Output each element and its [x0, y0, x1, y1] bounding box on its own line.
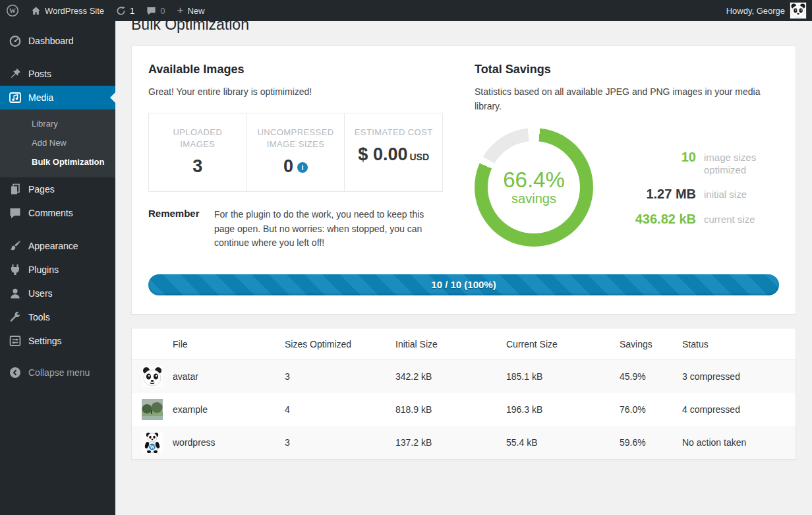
savings-cell: 59.6%	[620, 437, 682, 448]
total-savings-section: Total Savings Statistics based on all av…	[475, 63, 779, 251]
media-icon	[9, 91, 22, 104]
file-name[interactable]: example	[173, 404, 285, 415]
current-size-row: 436.82 kB current size	[618, 212, 776, 227]
dashboard-icon	[9, 34, 22, 47]
appearance-icon	[9, 239, 22, 253]
savings-cell: 45.9%	[620, 371, 682, 382]
savings-percent: 66.4%	[503, 169, 565, 192]
sidebar-item-appearance[interactable]: Appearance	[0, 234, 115, 258]
sidebar-item-comments[interactable]: Comments	[0, 201, 115, 225]
sidebar-item-users[interactable]: Users	[0, 282, 115, 305]
savings-stats-list: 10 image sizes optimized 1.27 MB initial…	[618, 148, 776, 227]
table-row: avatar 3 342.2 kB 185.1 kB 45.9% 3 compr…	[132, 360, 796, 393]
pin-icon	[9, 67, 22, 80]
savings-column-header: Savings	[620, 339, 682, 349]
sidebar-item-label: Comments	[28, 208, 73, 218]
sidebar-item-tools[interactable]: Tools	[0, 305, 115, 329]
sizes-optimized-label: image sizes optimized	[704, 150, 776, 177]
admin-sidebar: Dashboard Posts Media Library Add New Bu…	[0, 21, 115, 515]
comments-icon	[9, 206, 22, 220]
users-icon	[9, 287, 22, 300]
uncompressed-sizes-value: 0i	[250, 156, 342, 177]
tools-icon	[9, 311, 22, 324]
savings-caption: savings	[511, 191, 556, 206]
comments-indicator[interactable]: 0	[140, 0, 171, 21]
main-content: Bulk Optimization Available Images Great…	[115, 0, 812, 473]
pages-icon	[9, 183, 22, 196]
uncompressed-sizes-label: Uncompressed Image Sizes	[253, 127, 339, 150]
sidebar-item-pages[interactable]: Pages	[0, 177, 115, 201]
file-thumbnail	[142, 399, 163, 420]
sizes-optimized-cell: 4	[285, 404, 395, 415]
sidebar-subitem-library[interactable]: Library	[0, 114, 115, 133]
available-images-heading: Available Images	[148, 63, 443, 76]
sidebar-item-plugins[interactable]: Plugins	[0, 258, 115, 282]
savings-cell: 76.0%	[620, 404, 682, 415]
new-content-button[interactable]: + New	[171, 0, 211, 21]
settings-icon	[9, 334, 22, 348]
sidebar-item-settings[interactable]: Settings	[0, 329, 115, 353]
status-cell: No action taken	[682, 437, 786, 448]
sidebar-item-dashboard[interactable]: Dashboard	[0, 29, 115, 53]
sidebar-subitem-bulk-optimization[interactable]: Bulk Optimization	[0, 152, 115, 171]
initial-size-column-header: Initial Size	[395, 339, 506, 349]
svg-text:W: W	[9, 7, 16, 15]
avatar[interactable]	[790, 2, 807, 19]
sizes-optimized-cell: 3	[285, 371, 395, 382]
current-size-column-header: Current Size	[506, 339, 620, 349]
collapse-menu-button[interactable]: Collapse menu	[0, 361, 115, 384]
file-name[interactable]: wordpress	[173, 437, 285, 448]
panda-avatar-thumbnail	[142, 366, 163, 387]
panda-avatar-image	[790, 3, 806, 18]
status-cell: 3 compressed	[682, 371, 786, 382]
comment-bubble-icon	[146, 6, 156, 16]
sidebar-item-label: Users	[28, 288, 53, 299]
sidebar-item-label: Pages	[28, 184, 55, 195]
donut-center: 66.4% savings	[488, 141, 580, 233]
uncompressed-sizes-number: 0	[283, 156, 293, 176]
estimated-cost-label: Estimated Cost	[351, 127, 436, 138]
current-size-value: 436.82 kB	[618, 212, 696, 227]
file-thumbnail	[142, 366, 163, 387]
total-savings-heading: Total Savings	[475, 63, 779, 76]
wordpress-logo-icon: W	[6, 4, 19, 17]
info-icon[interactable]: i	[297, 162, 308, 173]
updates-indicator[interactable]: 1	[110, 0, 140, 21]
status-cell: 4 compressed	[682, 404, 786, 415]
collapse-arrow-icon	[9, 366, 22, 379]
remember-text: For the plugin to do the work, you need …	[214, 208, 443, 251]
sizes-optimized-value: 10	[618, 150, 696, 165]
sidebar-subitem-add-new[interactable]: Add New	[0, 133, 115, 152]
updates-count: 1	[130, 6, 134, 16]
sizes-optimized-column-header: Sizes Optimized	[285, 339, 395, 349]
howdy-account-link[interactable]: Howdy, George	[722, 6, 790, 16]
file-name[interactable]: avatar	[173, 371, 285, 382]
site-name-link[interactable]: WordPress Site	[25, 0, 110, 21]
sidebar-item-media[interactable]: Media	[0, 86, 115, 109]
initial-size-cell: 818.9 kB	[395, 404, 506, 415]
estimated-cost-number: $ 0.00	[358, 144, 407, 164]
optimization-results-table: File Sizes Optimized Initial Size Curren…	[131, 328, 796, 460]
svg-text:W: W	[150, 444, 155, 450]
image-stats-box: Uploaded Images 3 Uncompressed Image Siz…	[148, 113, 443, 192]
table-row: example 4 818.9 kB 196.3 kB 76.0% 4 comp…	[132, 393, 796, 426]
sidebar-item-label: Appearance	[28, 241, 78, 251]
collapse-menu-label: Collapse menu	[28, 367, 90, 378]
sidebar-item-label: Tools	[28, 312, 50, 322]
current-size-cell: 196.3 kB	[506, 404, 620, 415]
estimated-cost-stat: Estimated Cost $ 0.00USD	[344, 113, 442, 191]
estimated-cost-unit: USD	[409, 152, 429, 162]
optimization-summary-panel: Available Images Great! Your entire libr…	[131, 45, 796, 315]
uploaded-images-label: Uploaded Images	[155, 127, 241, 150]
sidebar-item-posts[interactable]: Posts	[0, 62, 115, 86]
sidebar-item-label: Dashboard	[28, 36, 74, 46]
savings-donut-chart: 66.4% savings	[475, 128, 593, 247]
uploaded-images-stat: Uploaded Images 3	[149, 113, 246, 191]
table-header-row: File Sizes Optimized Initial Size Curren…	[132, 328, 796, 360]
file-column-header: File	[173, 339, 285, 349]
sidebar-item-label: Settings	[28, 336, 62, 346]
remember-label: Remember	[148, 208, 214, 251]
new-label: New	[187, 6, 204, 16]
file-thumbnail: W	[142, 432, 163, 453]
wordpress-logo-icon[interactable]: W	[0, 0, 25, 21]
